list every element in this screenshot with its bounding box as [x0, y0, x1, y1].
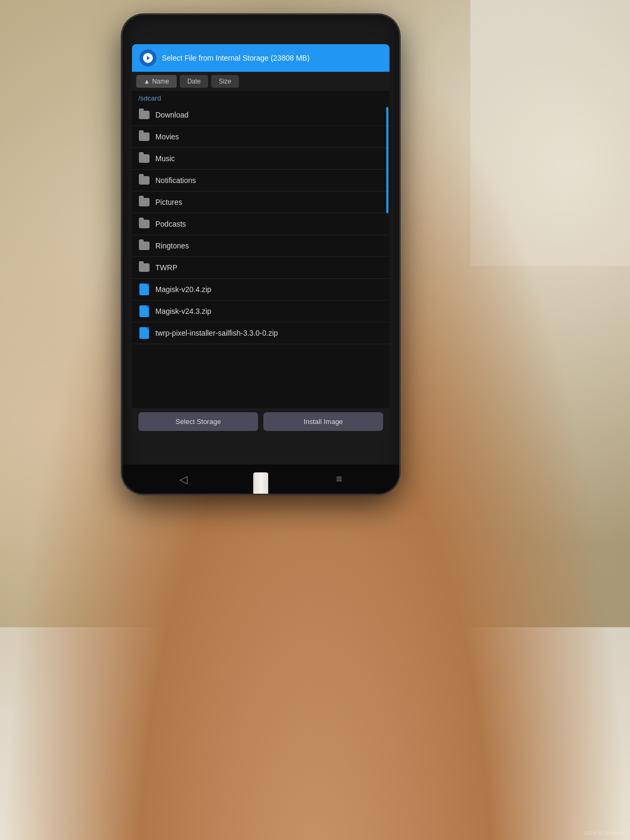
list-item[interactable]: Download: [132, 104, 389, 126]
file-name-label: Download: [155, 111, 188, 119]
twrp-header: Select File from Internal Storage (23808…: [132, 44, 389, 72]
phone-body: Select File from Internal Storage (23808…: [122, 15, 399, 494]
folder-icon: [139, 242, 150, 250]
bottom-buttons: Select Storage Install Image: [132, 408, 389, 435]
file-name-label: Magisk-v24.3.zip: [155, 307, 211, 315]
sort-bar: ▲ Name Date Size: [132, 72, 389, 91]
folder-icon: [139, 132, 150, 141]
back-button[interactable]: ◁: [179, 473, 187, 486]
file-name-label: TWRP: [155, 263, 177, 272]
file-name-label: Movies: [155, 132, 179, 141]
file-icon: [139, 284, 149, 295]
list-item[interactable]: Podcasts: [132, 213, 389, 235]
sort-size-button[interactable]: Size: [211, 75, 238, 88]
sort-date-button[interactable]: Date: [180, 75, 208, 88]
select-storage-button[interactable]: Select Storage: [138, 412, 258, 431]
list-item[interactable]: Notifications: [132, 170, 389, 192]
current-path: /sdcard: [132, 91, 389, 104]
folder-icon: [139, 263, 150, 272]
list-item[interactable]: twrp-pixel-installer-sailfish-3.3.0-0.zi…: [132, 322, 389, 344]
list-item[interactable]: Magisk-v20.4.zip: [132, 279, 389, 301]
folder-icon: [139, 176, 150, 185]
file-name-label: Ringtones: [155, 242, 189, 250]
folder-icon: [139, 220, 150, 228]
header-title: Select File from Internal Storage (23808…: [162, 54, 310, 62]
file-icon: [139, 327, 149, 339]
list-item[interactable]: Movies: [132, 126, 389, 148]
file-name-label: Notifications: [155, 176, 196, 185]
folder-icon: [139, 111, 150, 119]
file-name-label: Music: [155, 154, 175, 163]
list-item[interactable]: Pictures: [132, 192, 389, 213]
phone-screen: Select File from Internal Storage (23808…: [132, 44, 389, 435]
menu-button[interactable]: ≡: [336, 473, 342, 485]
file-items-container: DownloadMoviesMusicNotificationsPictures…: [132, 104, 389, 344]
install-image-button[interactable]: Install Image: [263, 412, 383, 431]
file-list[interactable]: /sdcard DownloadMoviesMusicNotifications…: [132, 91, 389, 408]
usb-cable: [253, 472, 268, 494]
folder-icon: [139, 198, 150, 206]
list-item[interactable]: Ringtones: [132, 235, 389, 257]
scroll-indicator: [386, 107, 388, 213]
sort-name-button[interactable]: ▲ Name: [136, 75, 177, 88]
twrp-logo-icon: [139, 49, 156, 66]
sort-size-label: Size: [219, 78, 231, 85]
file-name-label: twrp-pixel-installer-sailfish-3.3.0-0.zi…: [155, 329, 278, 337]
file-name-label: Podcasts: [155, 220, 186, 228]
list-item[interactable]: TWRP: [132, 257, 389, 279]
sort-arrow-icon: ▲: [144, 78, 150, 85]
file-name-label: Magisk-v20.4.zip: [155, 285, 211, 294]
folder-icon: [139, 154, 150, 163]
file-name-label: Pictures: [155, 198, 183, 206]
sort-date-label: Date: [187, 78, 201, 85]
watermark: CSDN @ Shdation: [584, 830, 624, 836]
file-icon: [139, 305, 149, 317]
list-item[interactable]: Music: [132, 148, 389, 170]
list-item[interactable]: Magisk-v24.3.zip: [132, 301, 389, 322]
sort-name-label: Name: [152, 78, 169, 85]
